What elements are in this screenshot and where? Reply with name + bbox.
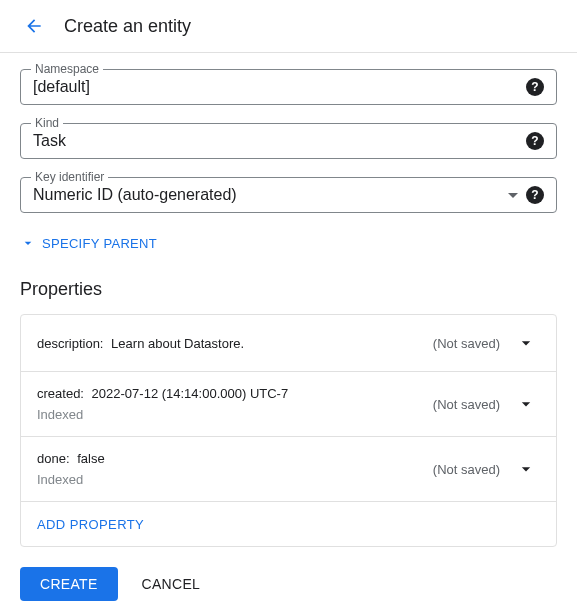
property-line: done: false: [37, 451, 433, 466]
page-header: Create an entity: [0, 0, 577, 53]
properties-title: Properties: [20, 279, 557, 300]
help-icon[interactable]: ?: [526, 78, 544, 96]
property-main: description: Learn about Datastore.: [37, 336, 433, 351]
kind-field[interactable]: Kind Task ?: [20, 123, 557, 159]
create-button[interactable]: CREATE: [20, 567, 118, 601]
dropdown-icon: [508, 193, 518, 198]
property-row: done: false Indexed (Not saved): [21, 437, 556, 502]
property-indexed: Indexed: [37, 472, 433, 487]
content-area: Namespace [default] ? Kind Task ? Key id…: [0, 53, 577, 615]
property-value: 2022-07-12 (14:14:00.000) UTC-7: [92, 386, 289, 401]
properties-list: description: Learn about Datastore. (Not…: [20, 314, 557, 547]
chevron-down-icon: [516, 333, 536, 353]
kind-value: Task: [33, 132, 518, 150]
add-property-button[interactable]: ADD PROPERTY: [37, 517, 144, 532]
property-key: done:: [37, 451, 70, 466]
expand-button[interactable]: [512, 329, 540, 357]
add-property-row: ADD PROPERTY: [21, 502, 556, 546]
key-identifier-field[interactable]: Key identifier Numeric ID (auto-generate…: [20, 177, 557, 213]
chevron-down-icon: [516, 394, 536, 414]
chevron-down-icon: [20, 235, 36, 251]
help-icon[interactable]: ?: [526, 186, 544, 204]
kind-label: Kind: [31, 116, 63, 130]
namespace-label: Namespace: [31, 62, 103, 76]
property-status: (Not saved): [433, 397, 500, 412]
page-title: Create an entity: [64, 16, 191, 37]
property-indexed: Indexed: [37, 407, 433, 422]
expand-button[interactable]: [512, 390, 540, 418]
namespace-value: [default]: [33, 78, 518, 96]
specify-parent-button[interactable]: SPECIFY PARENT: [20, 231, 157, 255]
key-identifier-label: Key identifier: [31, 170, 108, 184]
back-button[interactable]: [20, 12, 48, 40]
property-value: false: [77, 451, 104, 466]
specify-parent-label: SPECIFY PARENT: [42, 236, 157, 251]
property-status: (Not saved): [433, 336, 500, 351]
property-row: created: 2022-07-12 (14:14:00.000) UTC-7…: [21, 372, 556, 437]
property-key: created:: [37, 386, 84, 401]
property-main: done: false Indexed: [37, 451, 433, 487]
property-main: created: 2022-07-12 (14:14:00.000) UTC-7…: [37, 386, 433, 422]
property-key: description:: [37, 336, 103, 351]
namespace-field[interactable]: Namespace [default] ?: [20, 69, 557, 105]
arrow-left-icon: [24, 16, 44, 36]
key-identifier-value: Numeric ID (auto-generated): [33, 186, 500, 204]
action-bar: CREATE CANCEL: [20, 567, 557, 601]
property-line: created: 2022-07-12 (14:14:00.000) UTC-7: [37, 386, 433, 401]
help-icon[interactable]: ?: [526, 132, 544, 150]
property-line: description: Learn about Datastore.: [37, 336, 433, 351]
chevron-down-icon: [516, 459, 536, 479]
cancel-button[interactable]: CANCEL: [142, 576, 201, 592]
property-value: Learn about Datastore.: [111, 336, 244, 351]
property-row: description: Learn about Datastore. (Not…: [21, 315, 556, 372]
expand-button[interactable]: [512, 455, 540, 483]
property-status: (Not saved): [433, 462, 500, 477]
